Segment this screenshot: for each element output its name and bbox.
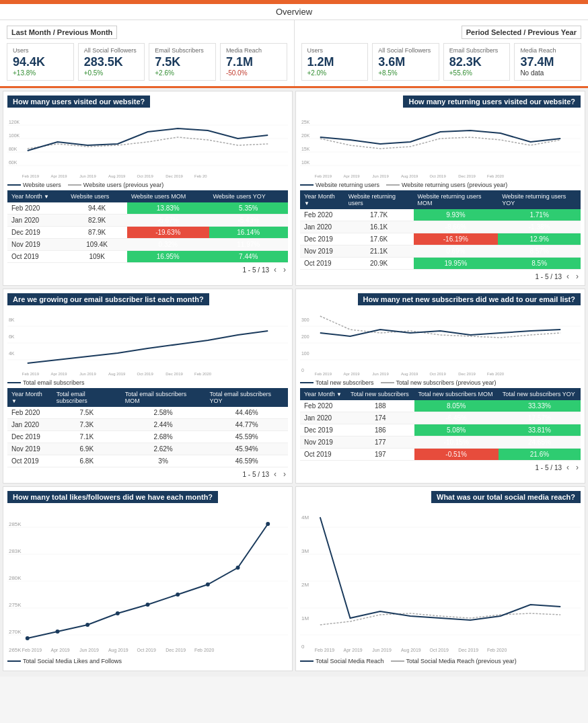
website-users-title: How many users visited our website? [7, 96, 150, 108]
svg-text:270K: 270K [9, 629, 22, 635]
social-followers-panel: How many total likes/followers did we ha… [3, 486, 293, 671]
svg-text:8K: 8K [9, 317, 15, 322]
social-reach-title: What was our total social media reach? [431, 491, 581, 503]
kpi-card-media-right: Media Reach 37.4M No data [514, 43, 581, 81]
prev-page-btn-4[interactable]: ‹ [564, 463, 571, 472]
svg-text:Dec 2019: Dec 2019 [166, 174, 183, 178]
svg-text:3M: 3M [301, 548, 309, 554]
col-website-users: Website users [67, 190, 127, 202]
returning-users-title: How many returning users visited our web… [403, 96, 581, 108]
col-ret-yoy: Website returning users YOY [498, 190, 581, 209]
next-page-btn-4[interactable]: › [574, 463, 581, 472]
col-year-month-ret[interactable]: Year Month [300, 190, 344, 209]
svg-text:280K: 280K [9, 575, 22, 581]
table-row: Nov 2019 6.9K 2.62% 45.94% [7, 443, 288, 455]
table-row: Nov 2019 109.4K 0.32% 11.97% [7, 239, 288, 251]
svg-text:285K: 285K [9, 521, 22, 527]
svg-point-71 [116, 611, 120, 615]
svg-text:Feb 2019: Feb 2019 [22, 648, 42, 652]
table-row: Oct 2019 109K 16.95% 7.44% [7, 251, 288, 263]
svg-text:Dec 2019: Dec 2019 [458, 372, 476, 376]
svg-text:200: 200 [301, 334, 309, 339]
legend-new-subs-prev: Total new subscribers (previous year) [381, 379, 497, 386]
svg-text:Jun 2019: Jun 2019 [372, 372, 389, 376]
svg-text:0: 0 [301, 368, 304, 373]
svg-point-76 [266, 522, 270, 526]
svg-point-74 [206, 582, 210, 586]
returning-users-pagination: 1 - 5 / 13 ‹ › [300, 272, 581, 281]
svg-text:Feb 2019: Feb 2019 [315, 648, 334, 652]
col-total-email: Total email subscribers [52, 388, 121, 407]
svg-point-73 [176, 593, 180, 597]
svg-text:Feb 2020: Feb 2020 [194, 372, 212, 376]
table-row: Dec 2019 17.6K -16.19% 12.9% [300, 233, 581, 245]
table-row: Dec 2019 87.9K -19.63% 16.14% [7, 227, 288, 239]
svg-text:Feb 20: Feb 20 [194, 174, 207, 178]
col-total-new: Total new subscribers [346, 388, 414, 400]
svg-point-75 [236, 566, 240, 570]
table-row: Feb 2020 7.5K 2.58% 44.46% [7, 407, 288, 419]
website-users-table: Year Month Website users Website users M… [7, 190, 288, 263]
svg-text:Aug 2019: Aug 2019 [108, 174, 126, 178]
prev-page-btn[interactable]: ‹ [272, 265, 279, 274]
col-year-month-new[interactable]: Year Month [300, 388, 346, 400]
svg-text:Jun 2019: Jun 2019 [372, 648, 392, 652]
website-users-chart: 120K 100K 80K 60K Feb 2019 Apr 2019 Jun … [7, 112, 288, 179]
svg-text:15K: 15K [301, 147, 310, 151]
col-year-month[interactable]: Year Month [7, 190, 67, 202]
svg-text:Feb 2019: Feb 2019 [315, 174, 332, 178]
dashboard: How many users visited our website? 120K… [0, 88, 588, 677]
svg-text:300: 300 [301, 317, 309, 322]
svg-text:Dec 2019: Dec 2019 [458, 174, 476, 178]
svg-text:Apr 2019: Apr 2019 [344, 372, 361, 376]
table-row: Nov 2019 21.1K 0.69% 8.57% [300, 245, 581, 258]
table-row: Jan 2020 7.3K 2.44% 44.77% [7, 419, 288, 431]
prev-page-btn-3[interactable]: ‹ [272, 469, 279, 479]
table-row: Feb 2020 94.4K 13.83% 5.35% [7, 202, 288, 215]
legend-returning-users-prev: Website returning users (previous year) [386, 182, 507, 188]
kpi-card-email-right: Email Subscribers 82.3K +55.6% [443, 43, 511, 81]
col-year-month-email[interactable]: Year Month [7, 388, 52, 407]
prev-page-btn-2[interactable]: ‹ [564, 272, 571, 281]
svg-text:Oct 2019: Oct 2019 [430, 372, 447, 376]
returning-users-panel: How many returning users visited our web… [295, 91, 585, 286]
col-yoy: Website users YOY [209, 190, 288, 202]
next-page-btn-2[interactable]: › [574, 272, 581, 281]
svg-text:Aug 2019: Aug 2019 [108, 372, 126, 376]
table-row: Feb 2020 17.7K 9.93% 1.71% [300, 209, 581, 221]
svg-text:Dec 2019: Dec 2019 [166, 648, 186, 652]
svg-text:265K: 265K [9, 647, 22, 653]
svg-point-69 [55, 630, 59, 634]
new-subscribers-title: How many net new subscribers did we add … [358, 293, 581, 305]
legend-returning-users: Website returning users [300, 182, 379, 188]
svg-text:Apr 2019: Apr 2019 [51, 174, 68, 178]
new-subscribers-panel: How many net new subscribers did we add … [295, 289, 585, 484]
svg-text:2M: 2M [301, 582, 309, 588]
svg-text:283K: 283K [9, 548, 22, 554]
legend-website-users: Website users [7, 182, 61, 188]
new-subscribers-chart: 300 200 100 0 Feb 2019 Apr 2019 Jun 2019… [300, 309, 581, 377]
svg-text:0: 0 [301, 644, 305, 650]
email-subscribers-chart: 8K 6K 4K Feb 2019 Apr 2019 Jun 2019 Aug … [7, 309, 288, 377]
svg-text:Oct 2019: Oct 2019 [430, 648, 449, 652]
table-row: Oct 2019 20.9K 19.95% 8.5% [300, 258, 581, 270]
social-reach-panel: What was our total social media reach? 4… [295, 486, 585, 671]
kpi-card-email: Email Subscribers 7.5K +2.6% [149, 43, 216, 81]
svg-text:Feb 2020: Feb 2020 [487, 174, 505, 178]
svg-text:Feb 2019: Feb 2019 [22, 174, 40, 178]
svg-text:4M: 4M [301, 515, 309, 521]
new-subscribers-table: Year Month Total new subscribers Total n… [300, 388, 581, 461]
next-page-btn[interactable]: › [281, 265, 288, 274]
social-reach-chart: 4M 3M 2M 1M 0 Feb 2019 Apr 2019 Jun 2019… [300, 507, 581, 655]
legend-website-users-prev: Website users (previous year) [68, 182, 163, 188]
svg-text:Jun 2019: Jun 2019 [79, 174, 96, 178]
table-row: Jan 2020 174 -6.45% 17.57% [300, 412, 581, 424]
svg-point-72 [146, 603, 150, 607]
svg-text:Oct 2019: Oct 2019 [137, 174, 154, 178]
kpi-section: Last Month / Previous Month Users 94.4K … [0, 20, 588, 88]
next-page-btn-3[interactable]: › [281, 469, 288, 479]
col-ret-mom: Website returning users MOM [414, 190, 499, 209]
table-row: Dec 2019 186 5.08% 33.81% [300, 424, 581, 436]
svg-text:Jun 2019: Jun 2019 [372, 174, 389, 178]
svg-text:80K: 80K [9, 147, 17, 151]
